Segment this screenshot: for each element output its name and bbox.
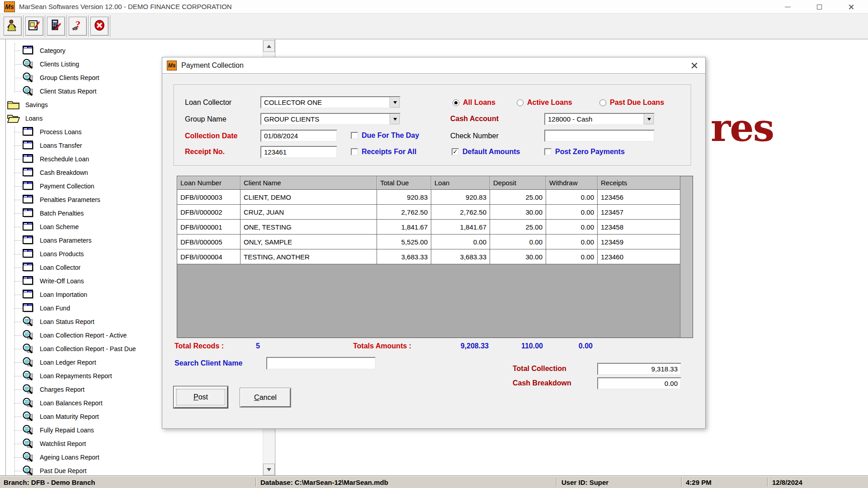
window-icon xyxy=(23,195,34,205)
collection-date-input[interactable]: 01/08/2024 xyxy=(260,130,337,142)
totals-amounts-label: Totals Amounts : xyxy=(353,342,411,350)
person-icon xyxy=(6,19,19,33)
table-cell: CRUZ, JUAN xyxy=(241,205,377,220)
default-amounts-checkbox[interactable]: Default Amounts xyxy=(452,147,520,156)
form-edit-icon xyxy=(28,19,41,33)
report-icon xyxy=(23,438,34,449)
radio-icon[interactable] xyxy=(453,99,459,106)
window-titlebar: Ms MarSean Softwares Version 12.00 - DEM… xyxy=(0,0,868,14)
report-icon xyxy=(23,425,34,436)
search-client-name-input[interactable] xyxy=(266,357,376,370)
post-button[interactable]: Post xyxy=(174,386,228,408)
tree-item-label: Reschedule Loan xyxy=(40,155,89,163)
dropdown-arrow-icon[interactable] xyxy=(644,114,654,124)
loan-collector-select[interactable]: COLLECTOR ONE xyxy=(260,96,401,108)
table-cell: DFB/I/000002 xyxy=(177,205,241,220)
tree-item-label: Loan Status Report xyxy=(40,318,94,325)
receipt-no-label: Receipt No. xyxy=(185,148,225,156)
due-for-the-day-checkbox[interactable]: Due For The Day xyxy=(351,131,419,140)
tree-item-label: Loan Fund xyxy=(40,305,70,312)
table-row[interactable]: DFB/I/000001ONE, TESTING1,841.671,841.67… xyxy=(177,220,681,235)
active-loans-radio[interactable]: Active Loans xyxy=(517,98,572,107)
table-row[interactable]: DFB/I/000003CLIENT, DEMO920.83920.8325.0… xyxy=(177,190,681,205)
exit-button[interactable] xyxy=(90,17,108,36)
report-icon xyxy=(23,343,34,354)
radio-icon[interactable] xyxy=(517,99,524,106)
checkbox-icon[interactable] xyxy=(351,148,358,155)
loan-collector-value: COLLECTOR ONE xyxy=(261,99,390,106)
dialog-title: Payment Collection xyxy=(181,57,244,74)
post-zero-payments-checkbox[interactable]: Post Zero Payments xyxy=(544,147,625,156)
tree-item-category[interactable]: Category xyxy=(5,44,261,57)
post-zero-payments-label: Post Zero Payments xyxy=(555,148,625,156)
scroll-down-button[interactable] xyxy=(263,464,275,475)
folder-open-icon xyxy=(7,114,20,123)
table-cell: 0.00 xyxy=(431,235,490,249)
report-icon xyxy=(23,465,34,476)
tree-item-watchlist-report[interactable]: Watchlist Report xyxy=(5,437,261,450)
maximize-button[interactable] xyxy=(807,0,831,14)
receipts-for-all-checkbox[interactable]: Receipts For All xyxy=(351,147,416,156)
past-due-loans-radio[interactable]: Past Due Loans xyxy=(599,98,664,107)
checkbox-icon[interactable] xyxy=(544,148,552,155)
receipt-no-input[interactable]: 123461 xyxy=(260,146,337,158)
tree-item-ageing-loans-report[interactable]: Ageing Loans Report xyxy=(5,450,261,464)
maximize-icon xyxy=(817,5,822,9)
group-name-select[interactable]: GROUP CLIENTS xyxy=(260,113,401,125)
minimize-button[interactable] xyxy=(776,0,799,14)
close-button[interactable] xyxy=(839,0,863,14)
tree-item-label: Loan Collector xyxy=(40,264,80,271)
tree-item-label: Group Clients Report xyxy=(40,74,99,81)
deposit-total-value: 110.00 xyxy=(492,342,543,350)
checkbox-icon[interactable] xyxy=(452,148,459,155)
statusbar-database: Database: C:\MarSean-12\MarSean.mdb xyxy=(260,476,388,488)
dropdown-arrow-icon[interactable] xyxy=(390,97,400,108)
window-icon xyxy=(23,208,34,218)
form-edit-button[interactable] xyxy=(25,17,43,36)
tree-item-label: Loan Collection Report - Active xyxy=(40,332,127,339)
window-icon xyxy=(23,263,34,272)
statusbar-date: 12/8/2024 xyxy=(772,476,802,488)
payment-collection-dialog: Ms Payment Collection Loan Collector COL… xyxy=(162,57,706,429)
table-cell: 0.00 xyxy=(490,235,546,249)
window-icon xyxy=(23,46,34,56)
tree-item-label: Watchlist Report xyxy=(40,440,86,447)
table-cell: TESTING, ANOTHER xyxy=(241,249,377,264)
tree-item-past-due-report[interactable]: Past Due Report xyxy=(5,464,261,476)
folder-closed-icon xyxy=(7,100,20,109)
scroll-up-button[interactable] xyxy=(263,40,275,52)
cash-account-select[interactable]: 128000 - Cash xyxy=(544,113,655,125)
cancel-button[interactable]: Cancel xyxy=(240,388,291,407)
help-button[interactable]: ? xyxy=(69,17,87,36)
person-button[interactable] xyxy=(4,17,22,36)
toolbar-divider xyxy=(88,15,89,37)
table-cell: CLIENT, DEMO xyxy=(241,190,377,205)
arrow-up-icon xyxy=(267,45,271,48)
total-records-label: Total Recods : xyxy=(175,342,224,350)
radio-icon[interactable] xyxy=(599,99,606,106)
all-loans-radio[interactable]: All Loans xyxy=(453,98,495,107)
check-number-label: Check Number xyxy=(450,132,499,140)
report-icon xyxy=(23,59,34,70)
table-row[interactable]: DFB/I/000005ONLY, SAMPLE5,525.000.000.00… xyxy=(177,235,681,249)
report-icon xyxy=(23,452,34,463)
tree-item-label: Loan Importation xyxy=(40,291,87,298)
background-watermark: res xyxy=(711,105,774,150)
table-row[interactable]: DFB/I/000004TESTING, ANOTHER3,683.333,68… xyxy=(177,249,681,264)
table-scrollbar-strip[interactable] xyxy=(680,176,693,338)
checkbox-icon[interactable] xyxy=(351,132,358,139)
table-cell: 123459 xyxy=(598,235,681,249)
table-row[interactable]: DFB/I/000002CRUZ, JUAN2,762.502,762.5030… xyxy=(177,205,681,220)
statusbar-divider xyxy=(767,478,768,487)
statusbar-user: User ID: Super xyxy=(561,476,609,488)
table-cell: DFB/I/000003 xyxy=(177,190,241,205)
table-body: DFB/I/000003CLIENT, DEMO920.83920.8325.0… xyxy=(177,190,681,264)
report-icon xyxy=(23,384,34,395)
check-number-input[interactable] xyxy=(544,130,655,142)
calculator-button[interactable] xyxy=(47,17,65,36)
dropdown-arrow-icon[interactable] xyxy=(390,114,400,124)
report-icon xyxy=(23,330,34,341)
dialog-close-icon[interactable] xyxy=(690,61,699,70)
tree-item-label: Cash Breakdown xyxy=(40,169,88,176)
column-header-loan: Loan xyxy=(431,176,490,190)
